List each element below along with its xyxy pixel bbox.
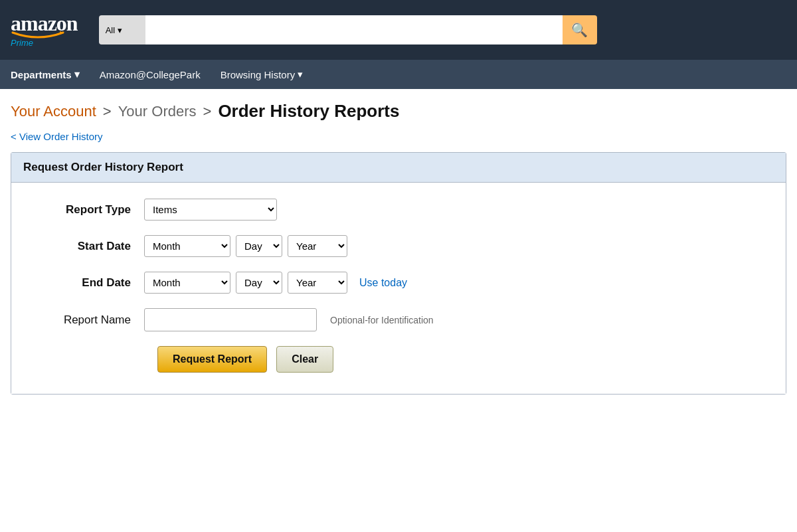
report-card-body: Report Type Items Orders Refunds Returns… bbox=[11, 183, 786, 394]
start-date-controls: Month JanuaryFebruaryMarch AprilMayJune … bbox=[144, 235, 347, 257]
breadcrumb-your-orders[interactable]: Your Orders bbox=[118, 103, 197, 120]
report-type-select[interactable]: Items Orders Refunds Returns bbox=[144, 199, 277, 221]
report-name-controls: Optional-for Identification bbox=[144, 308, 434, 331]
end-day-select[interactable]: Day bbox=[236, 272, 282, 294]
search-input[interactable] bbox=[145, 15, 563, 44]
secondary-nav: Departments ▾ Amazon@CollegePark Browsin… bbox=[0, 60, 797, 89]
view-history-link-container: < View Order History bbox=[0, 128, 797, 152]
search-category-dropdown[interactable]: All ▾ bbox=[99, 15, 145, 44]
report-name-label: Report Name bbox=[38, 313, 144, 327]
report-type-controls: Items Orders Refunds Returns bbox=[144, 199, 277, 221]
view-history-link[interactable]: < View Order History bbox=[11, 131, 103, 142]
request-report-button[interactable]: Request Report bbox=[157, 346, 267, 373]
logo-area[interactable]: amazon Prime bbox=[11, 13, 78, 48]
browsing-history-label: Browsing History bbox=[221, 69, 296, 80]
search-category-label: All bbox=[106, 25, 115, 35]
report-card-header: Request Order History Report bbox=[11, 153, 786, 183]
report-card: Request Order History Report Report Type… bbox=[11, 152, 786, 395]
use-today-link[interactable]: Use today bbox=[359, 277, 407, 289]
end-month-select[interactable]: Month JanuaryFebruaryMarch AprilMayJune … bbox=[144, 272, 230, 294]
search-button[interactable]: 🔍 bbox=[563, 15, 597, 44]
end-date-row: End Date Month JanuaryFebruaryMarch Apri… bbox=[38, 272, 759, 294]
start-year-select[interactable]: Year bbox=[288, 235, 347, 257]
end-date-label: End Date bbox=[38, 276, 144, 290]
report-card-title: Request Order History Report bbox=[23, 161, 183, 173]
departments-menu[interactable]: Departments ▾ bbox=[11, 62, 80, 87]
report-name-row: Report Name Optional-for Identification bbox=[38, 308, 759, 331]
departments-arrow: ▾ bbox=[74, 68, 80, 80]
browsing-history-arrow: ▾ bbox=[298, 68, 303, 80]
start-day-select[interactable]: Day bbox=[236, 235, 282, 257]
search-bar: All ▾ 🔍 bbox=[99, 15, 597, 44]
account-text: Amazon@CollegePark bbox=[100, 69, 201, 80]
end-date-controls: Month JanuaryFebruaryMarch AprilMayJune … bbox=[144, 272, 407, 294]
optional-hint: Optional-for Identification bbox=[330, 315, 434, 325]
departments-label: Departments bbox=[11, 69, 72, 80]
browsing-history-menu[interactable]: Browsing History ▾ bbox=[221, 62, 304, 87]
button-row: Request Report Clear bbox=[157, 346, 759, 373]
start-date-label: Start Date bbox=[38, 240, 144, 253]
breadcrumb-current: Order History Reports bbox=[218, 101, 399, 122]
report-type-label: Report Type bbox=[38, 203, 144, 217]
search-category-arrow: ▾ bbox=[118, 25, 122, 35]
breadcrumb-sep-1: > bbox=[103, 103, 112, 120]
top-nav: amazon Prime All ▾ 🔍 bbox=[0, 0, 797, 60]
report-type-row: Report Type Items Orders Refunds Returns bbox=[38, 199, 759, 221]
search-icon: 🔍 bbox=[571, 22, 588, 38]
breadcrumb: Your Account > Your Orders > Order Histo… bbox=[0, 89, 797, 128]
start-date-row: Start Date Month JanuaryFebruaryMarch Ap… bbox=[38, 235, 759, 257]
clear-button[interactable]: Clear bbox=[276, 346, 333, 373]
end-year-select[interactable]: Year bbox=[288, 272, 347, 294]
breadcrumb-your-account[interactable]: Your Account bbox=[11, 103, 96, 120]
start-month-select[interactable]: Month JanuaryFebruaryMarch AprilMayJune … bbox=[144, 235, 230, 257]
report-name-input[interactable] bbox=[144, 308, 317, 331]
prime-label: Prime bbox=[11, 38, 78, 48]
breadcrumb-sep-2: > bbox=[203, 103, 212, 120]
account-label[interactable]: Amazon@CollegePark bbox=[100, 62, 201, 87]
